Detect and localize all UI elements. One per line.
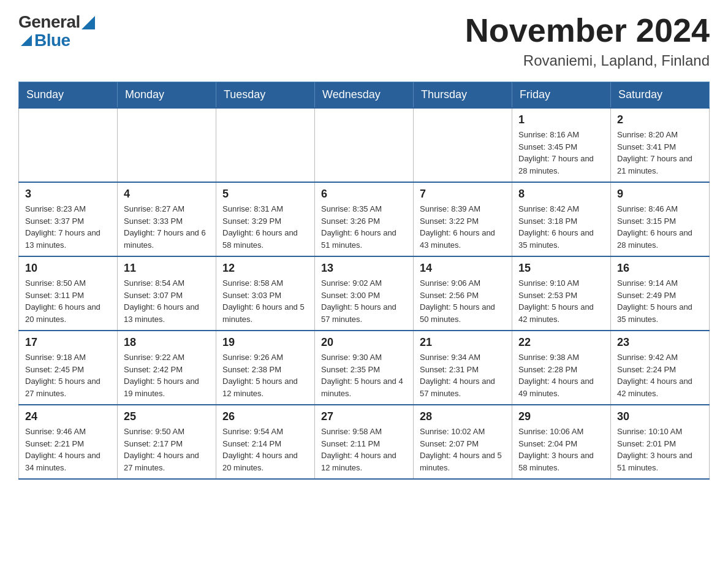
- svg-marker-1: [21, 35, 32, 46]
- calendar-day-cell: 7Sunrise: 8:39 AM Sunset: 3:22 PM Daylig…: [414, 182, 512, 256]
- day-number: 18: [124, 336, 210, 349]
- calendar-day-cell: 30Sunrise: 10:10 AM Sunset: 2:01 PM Dayl…: [611, 405, 710, 479]
- day-info: Sunrise: 8:46 AM Sunset: 3:15 PM Dayligh…: [617, 203, 703, 251]
- day-info: Sunrise: 9:58 AM Sunset: 2:11 PM Dayligh…: [321, 426, 407, 473]
- day-number: 25: [124, 410, 210, 423]
- calendar-day-cell: 5Sunrise: 8:31 AM Sunset: 3:29 PM Daylig…: [216, 182, 315, 256]
- calendar-week-row: 17Sunrise: 9:18 AM Sunset: 2:45 PM Dayli…: [19, 331, 710, 405]
- month-title: November 2024: [465, 12, 710, 48]
- calendar-day-cell: 12Sunrise: 8:58 AM Sunset: 3:03 PM Dayli…: [216, 256, 315, 331]
- day-of-week-header: Wednesday: [315, 82, 414, 109]
- calendar-day-cell: 27Sunrise: 9:58 AM Sunset: 2:11 PM Dayli…: [315, 405, 414, 479]
- day-info: Sunrise: 9:10 AM Sunset: 2:53 PM Dayligh…: [518, 277, 604, 325]
- day-number: 11: [124, 262, 210, 275]
- calendar-week-row: 1Sunrise: 8:16 AM Sunset: 3:45 PM Daylig…: [19, 108, 710, 182]
- day-number: 7: [420, 188, 506, 201]
- day-info: Sunrise: 10:10 AM Sunset: 2:01 PM Daylig…: [617, 426, 703, 473]
- day-number: 15: [518, 262, 604, 275]
- logo: General Blue: [18, 12, 95, 50]
- svg-marker-0: [82, 16, 95, 29]
- day-info: Sunrise: 9:42 AM Sunset: 2:24 PM Dayligh…: [617, 351, 703, 399]
- calendar-week-row: 3Sunrise: 8:23 AM Sunset: 3:37 PM Daylig…: [19, 182, 710, 256]
- day-of-week-header: Monday: [118, 82, 216, 109]
- day-info: Sunrise: 8:35 AM Sunset: 3:26 PM Dayligh…: [321, 203, 407, 251]
- day-number: 6: [321, 188, 407, 201]
- calendar-day-cell: [414, 108, 512, 182]
- day-number: 27: [321, 410, 407, 423]
- calendar-day-cell: 1Sunrise: 8:16 AM Sunset: 3:45 PM Daylig…: [512, 108, 611, 182]
- day-info: Sunrise: 9:46 AM Sunset: 2:21 PM Dayligh…: [25, 426, 111, 473]
- calendar-day-cell: 26Sunrise: 9:54 AM Sunset: 2:14 PM Dayli…: [216, 405, 315, 479]
- calendar-table: SundayMondayTuesdayWednesdayThursdayFrid…: [18, 82, 710, 480]
- day-number: 26: [222, 410, 308, 423]
- day-info: Sunrise: 9:34 AM Sunset: 2:31 PM Dayligh…: [420, 351, 506, 399]
- day-info: Sunrise: 8:42 AM Sunset: 3:18 PM Dayligh…: [518, 203, 604, 251]
- day-info: Sunrise: 9:26 AM Sunset: 2:38 PM Dayligh…: [222, 351, 308, 399]
- calendar-day-cell: [19, 108, 118, 182]
- calendar-day-cell: 3Sunrise: 8:23 AM Sunset: 3:37 PM Daylig…: [19, 182, 118, 256]
- day-info: Sunrise: 8:20 AM Sunset: 3:41 PM Dayligh…: [617, 129, 703, 177]
- day-number: 29: [518, 410, 604, 423]
- day-info: Sunrise: 10:06 AM Sunset: 2:04 PM Daylig…: [518, 426, 604, 473]
- page-header: General Blue November 2024 Rovaniemi, La…: [18, 12, 710, 69]
- calendar-day-cell: 28Sunrise: 10:02 AM Sunset: 2:07 PM Dayl…: [414, 405, 512, 479]
- calendar-day-cell: 20Sunrise: 9:30 AM Sunset: 2:35 PM Dayli…: [315, 331, 414, 405]
- calendar-day-cell: [118, 108, 216, 182]
- day-info: Sunrise: 9:54 AM Sunset: 2:14 PM Dayligh…: [222, 426, 308, 473]
- day-number: 14: [420, 262, 506, 275]
- calendar-day-cell: 23Sunrise: 9:42 AM Sunset: 2:24 PM Dayli…: [611, 331, 710, 405]
- day-of-week-header: Saturday: [611, 82, 710, 109]
- calendar-day-cell: [315, 108, 414, 182]
- day-number: 13: [321, 262, 407, 275]
- calendar-day-cell: 13Sunrise: 9:02 AM Sunset: 3:00 PM Dayli…: [315, 256, 414, 331]
- day-info: Sunrise: 8:39 AM Sunset: 3:22 PM Dayligh…: [420, 203, 506, 251]
- day-info: Sunrise: 9:22 AM Sunset: 2:42 PM Dayligh…: [124, 351, 210, 399]
- calendar-day-cell: 15Sunrise: 9:10 AM Sunset: 2:53 PM Dayli…: [512, 256, 611, 331]
- day-info: Sunrise: 8:31 AM Sunset: 3:29 PM Dayligh…: [222, 203, 308, 251]
- calendar-day-cell: 14Sunrise: 9:06 AM Sunset: 2:56 PM Dayli…: [414, 256, 512, 331]
- calendar-day-cell: 6Sunrise: 8:35 AM Sunset: 3:26 PM Daylig…: [315, 182, 414, 256]
- day-number: 10: [25, 262, 111, 275]
- calendar-day-cell: 29Sunrise: 10:06 AM Sunset: 2:04 PM Dayl…: [512, 405, 611, 479]
- calendar-week-row: 24Sunrise: 9:46 AM Sunset: 2:21 PM Dayli…: [19, 405, 710, 479]
- day-info: Sunrise: 9:14 AM Sunset: 2:49 PM Dayligh…: [617, 277, 703, 325]
- day-number: 8: [518, 188, 604, 201]
- day-of-week-header: Tuesday: [216, 82, 315, 109]
- logo-arrow-icon: [82, 16, 95, 29]
- day-number: 1: [518, 113, 604, 126]
- calendar-day-cell: 4Sunrise: 8:27 AM Sunset: 3:33 PM Daylig…: [118, 182, 216, 256]
- day-number: 17: [25, 336, 111, 349]
- day-number: 23: [617, 336, 703, 349]
- day-number: 9: [617, 188, 703, 201]
- calendar-day-cell: 19Sunrise: 9:26 AM Sunset: 2:38 PM Dayli…: [216, 331, 315, 405]
- calendar-day-cell: 21Sunrise: 9:34 AM Sunset: 2:31 PM Dayli…: [414, 331, 512, 405]
- logo-triangle-icon: [21, 35, 32, 46]
- day-info: Sunrise: 9:02 AM Sunset: 3:00 PM Dayligh…: [321, 277, 407, 325]
- calendar-day-cell: 8Sunrise: 8:42 AM Sunset: 3:18 PM Daylig…: [512, 182, 611, 256]
- title-section: November 2024 Rovaniemi, Lapland, Finlan…: [465, 12, 710, 69]
- day-of-week-header: Sunday: [19, 82, 118, 109]
- day-info: Sunrise: 8:27 AM Sunset: 3:33 PM Dayligh…: [124, 203, 210, 251]
- calendar-day-cell: 25Sunrise: 9:50 AM Sunset: 2:17 PM Dayli…: [118, 405, 216, 479]
- calendar-day-cell: 10Sunrise: 8:50 AM Sunset: 3:11 PM Dayli…: [19, 256, 118, 331]
- day-number: 28: [420, 410, 506, 423]
- day-number: 30: [617, 410, 703, 423]
- calendar-day-cell: 22Sunrise: 9:38 AM Sunset: 2:28 PM Dayli…: [512, 331, 611, 405]
- calendar-day-cell: [216, 108, 315, 182]
- logo-blue-text: Blue: [34, 31, 70, 50]
- day-number: 16: [617, 262, 703, 275]
- day-info: Sunrise: 9:38 AM Sunset: 2:28 PM Dayligh…: [518, 351, 604, 399]
- day-number: 4: [124, 188, 210, 201]
- day-info: Sunrise: 9:06 AM Sunset: 2:56 PM Dayligh…: [420, 277, 506, 325]
- day-info: Sunrise: 10:02 AM Sunset: 2:07 PM Daylig…: [420, 426, 506, 473]
- day-info: Sunrise: 8:58 AM Sunset: 3:03 PM Dayligh…: [222, 277, 308, 325]
- day-number: 20: [321, 336, 407, 349]
- day-info: Sunrise: 8:16 AM Sunset: 3:45 PM Dayligh…: [518, 129, 604, 177]
- day-info: Sunrise: 8:23 AM Sunset: 3:37 PM Dayligh…: [25, 203, 111, 251]
- calendar-week-row: 10Sunrise: 8:50 AM Sunset: 3:11 PM Dayli…: [19, 256, 710, 331]
- day-number: 2: [617, 113, 703, 126]
- calendar-day-cell: 18Sunrise: 9:22 AM Sunset: 2:42 PM Dayli…: [118, 331, 216, 405]
- calendar-day-cell: 9Sunrise: 8:46 AM Sunset: 3:15 PM Daylig…: [611, 182, 710, 256]
- day-info: Sunrise: 9:18 AM Sunset: 2:45 PM Dayligh…: [25, 351, 111, 399]
- day-info: Sunrise: 9:50 AM Sunset: 2:17 PM Dayligh…: [124, 426, 210, 473]
